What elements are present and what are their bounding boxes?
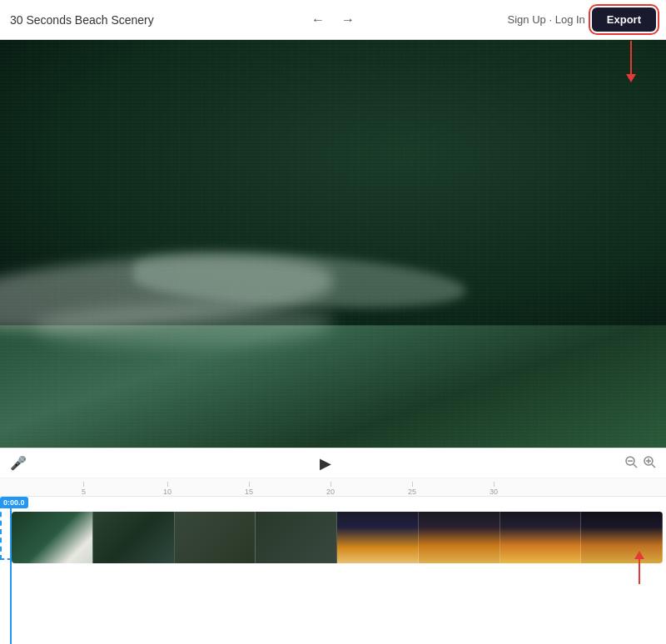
auth-separator: · [549, 13, 554, 26]
login-link[interactable]: Log In [555, 13, 585, 26]
thumb-sunset-4 [581, 512, 663, 563]
ruler-tick-15: 15 [245, 482, 253, 496]
header: 30 Seconds Beach Scenery ← → Sign Up · L… [0, 0, 666, 40]
timeline-controls: 🎤 ▶ [0, 448, 666, 478]
wave-overlay [0, 40, 666, 448]
ruler-tick-10: 10 [163, 482, 171, 496]
thumb-ocean-1 [12, 512, 93, 563]
video-strip[interactable] [12, 512, 663, 563]
project-title: 30 Seconds Beach Scenery [10, 13, 154, 27]
video-preview [0, 40, 666, 448]
svg-line-1 [634, 464, 637, 468]
undo-button[interactable]: ← [306, 9, 330, 31]
thumb-ocean-4 [256, 512, 337, 563]
header-left: 30 Seconds Beach Scenery [10, 13, 154, 27]
redo-button[interactable]: → [336, 9, 360, 31]
zoom-in-icon [643, 455, 656, 468]
video-canvas [0, 40, 666, 448]
auth-links: Sign Up · Log In [508, 13, 585, 26]
thumb-ocean-2 [93, 512, 175, 563]
ruler-tick-5: 5 [82, 482, 86, 496]
ruler-tick-25: 25 [408, 482, 416, 496]
zoom-out-button[interactable] [624, 455, 638, 471]
selection-box [0, 503, 12, 560]
ruler-tick-30: 30 [490, 482, 498, 496]
svg-line-4 [652, 464, 655, 468]
thumb-sunset-3 [500, 512, 582, 563]
thumb-ocean-3 [175, 512, 256, 563]
header-right: Sign Up · Log In Export [508, 7, 656, 32]
zoom-out-icon [624, 455, 638, 468]
mic-button[interactable]: 🎤 [10, 455, 27, 471]
zoom-in-button[interactable] [643, 455, 656, 471]
timeline-section: 🎤 ▶ 5 10 15 20 [0, 448, 666, 644]
thumb-sunset-1 [337, 512, 419, 563]
thumb-sunset-2 [419, 512, 500, 563]
play-button[interactable]: ▶ [320, 454, 331, 473]
timeline-ruler[interactable]: 5 10 15 20 25 30 [0, 478, 666, 497]
time-indicator: 0:00.0 [0, 497, 28, 508]
zoom-controls [624, 455, 656, 471]
signup-link[interactable]: Sign Up [508, 13, 546, 26]
header-nav: ← → [306, 9, 360, 31]
export-button[interactable]: Export [592, 7, 656, 32]
timeline-track-area[interactable]: 0:00.0 [0, 497, 666, 644]
ruler-tick-20: 20 [326, 482, 335, 496]
